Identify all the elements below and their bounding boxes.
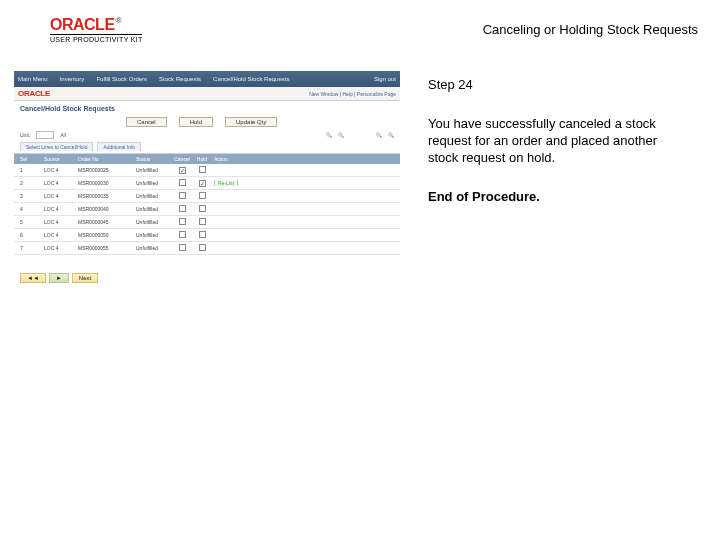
all-label: All (60, 132, 66, 138)
cell-sel: 7 (18, 245, 42, 251)
cell-status: Unfulfilled (134, 167, 172, 173)
checkbox-icon[interactable] (199, 192, 206, 199)
step-body: You have successfully canceled a stock r… (428, 116, 670, 167)
unit-input[interactable] (36, 131, 54, 139)
cell-order: MSR0000030 (76, 180, 134, 186)
grid-body: 1LOC 4MSR0000025Unfulfilled2LOC 4MSR0000… (14, 164, 400, 255)
checkbox-icon[interactable] (199, 166, 206, 173)
upk-label: USER PRODUCTIVITY KIT (50, 36, 143, 43)
cell-cancel[interactable] (172, 244, 192, 252)
update-qty-button[interactable]: Update Qty (225, 117, 277, 127)
cell-order: MSR0000035 (76, 193, 134, 199)
thumb-action-buttons: Cancel Hold Update Qty (14, 117, 400, 130)
col-sel: Sel (18, 156, 42, 162)
cell-status: Unfulfilled (134, 245, 172, 251)
breadcrumb: Main Menu Inventory Fulfill Stock Orders… (18, 76, 289, 82)
topbar-link: Sign out (374, 76, 396, 82)
cell-hold[interactable] (192, 231, 212, 239)
cell-sel: 2 (18, 180, 42, 186)
cell-sel: 4 (18, 206, 42, 212)
player-controls: ◄◄ ► Next (14, 273, 400, 283)
cell-cancel[interactable] (172, 179, 192, 187)
oracle-logo-text: ORACLE (50, 16, 115, 33)
cell-source: LOC 4 (42, 219, 76, 225)
col-cancel: Cancel (172, 156, 192, 162)
thumb-logobar: ORACLE New Window | Help | Personalize P… (14, 87, 400, 101)
cell-hold[interactable] (192, 192, 212, 200)
breadcrumb-item: Cancel/Hold Stock Requests (213, 76, 289, 82)
breadcrumb-item: Inventory (60, 76, 85, 82)
hold-button[interactable]: Hold (179, 117, 213, 127)
cell-hold[interactable] (192, 205, 212, 213)
checkbox-icon[interactable] (179, 231, 186, 238)
cancel-button[interactable]: Cancel (126, 117, 167, 127)
cell-cancel[interactable] (172, 205, 192, 213)
unit-label: Unit: (20, 132, 30, 138)
cell-source: LOC 4 (42, 167, 76, 173)
breadcrumb-item: Main Menu (18, 76, 48, 82)
registered-icon: ® (116, 16, 122, 25)
lookup-icon[interactable]: 🔍 (376, 132, 382, 138)
oracle-logo: ORACLE® (50, 16, 143, 34)
checkbox-icon[interactable] (199, 180, 206, 187)
cell-sel: 3 (18, 193, 42, 199)
checkbox-icon[interactable] (179, 218, 186, 225)
step-label: Step 24 (428, 77, 670, 94)
cell-cancel[interactable] (172, 192, 192, 200)
cell-cancel[interactable] (172, 218, 192, 226)
end-of-procedure: End of Procedure. (428, 189, 670, 206)
play-button[interactable]: ► (49, 273, 69, 283)
cell-hold[interactable] (192, 180, 212, 187)
mini-util-links: New Window | Help | Personalize Page (309, 91, 396, 97)
cell-cancel[interactable] (172, 167, 192, 174)
action-badge[interactable]: Re-List (214, 180, 238, 186)
lookup-icon[interactable]: 🔍 (338, 132, 344, 138)
cell-hold[interactable] (192, 244, 212, 252)
checkbox-icon[interactable] (199, 231, 206, 238)
checkbox-icon[interactable] (199, 244, 206, 251)
cell-status: Unfulfilled (134, 219, 172, 225)
grid-header: Sel Source Order No Status Cancel Hold A… (14, 154, 400, 164)
col-hold: Hold (192, 156, 212, 162)
lookup-icon[interactable]: 🔍 (326, 132, 332, 138)
checkbox-icon[interactable] (179, 179, 186, 186)
cell-status: Unfulfilled (134, 232, 172, 238)
cell-action: Re-List (212, 180, 252, 186)
checkbox-icon[interactable] (179, 167, 186, 174)
checkbox-icon[interactable] (179, 205, 186, 212)
cell-status: Unfulfilled (134, 180, 172, 186)
tab-select-lines[interactable]: Select Lines to Cancel/Hold (20, 142, 93, 151)
cell-order: MSR0000040 (76, 206, 134, 212)
checkbox-icon[interactable] (179, 192, 186, 199)
cell-cancel[interactable] (172, 231, 192, 239)
col-order: Order No (76, 156, 134, 162)
thumb-screen-title: Cancel/Hold Stock Requests (14, 101, 400, 117)
table-row: 7LOC 4MSR0000055Unfulfilled (14, 242, 400, 255)
col-action: Action (212, 156, 252, 162)
table-row: 2LOC 4MSR0000030UnfulfilledRe-List (14, 177, 400, 190)
back-button[interactable]: ◄◄ (20, 273, 46, 283)
header-row: ORACLE® USER PRODUCTIVITY KIT Canceling … (0, 0, 720, 51)
table-row: 6LOC 4MSR0000050Unfulfilled (14, 229, 400, 242)
cell-source: LOC 4 (42, 193, 76, 199)
tab-additional-info[interactable]: Additional Info (97, 142, 141, 151)
thumb-search-row: Unit: All 🔍 🔍 🔍 🔍 (14, 130, 400, 140)
cell-status: Unfulfilled (134, 193, 172, 199)
cell-hold[interactable] (192, 218, 212, 226)
thumb-tabs: Select Lines to Cancel/Hold Additional I… (14, 140, 400, 154)
lookup-icon[interactable]: 🔍 (388, 132, 394, 138)
next-button[interactable]: Next (72, 273, 98, 283)
cell-status: Unfulfilled (134, 206, 172, 212)
app-thumbnail: Main Menu Inventory Fulfill Stock Orders… (14, 71, 400, 271)
table-row: 4LOC 4MSR0000040Unfulfilled (14, 203, 400, 216)
col-source: Source (42, 156, 76, 162)
checkbox-icon[interactable] (199, 205, 206, 212)
cell-source: LOC 4 (42, 232, 76, 238)
col-status: Status (134, 156, 172, 162)
breadcrumb-item: Stock Requests (159, 76, 201, 82)
checkbox-icon[interactable] (199, 218, 206, 225)
logo-divider (50, 34, 142, 35)
checkbox-icon[interactable] (179, 244, 186, 251)
content-row: Main Menu Inventory Fulfill Stock Orders… (0, 51, 720, 271)
cell-hold[interactable] (192, 166, 212, 174)
